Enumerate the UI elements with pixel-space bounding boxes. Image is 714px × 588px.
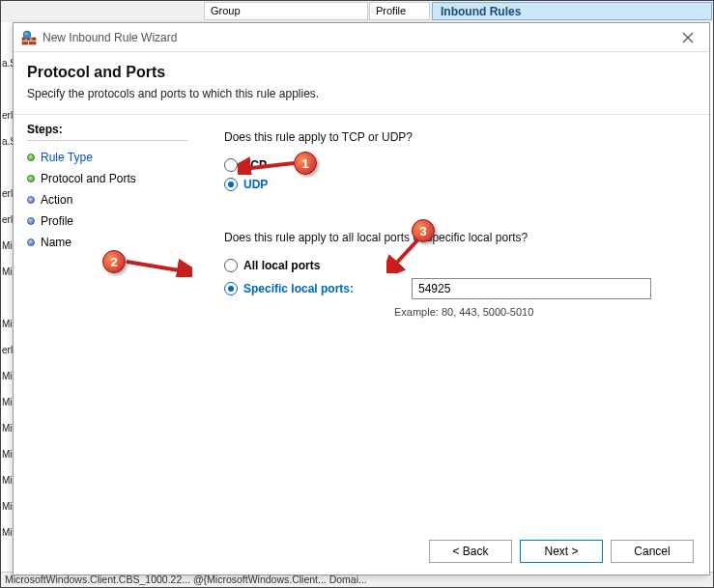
titlebar[interactable]: New Inbound Rule Wizard bbox=[14, 23, 709, 52]
step-label: Action bbox=[41, 193, 72, 207]
steps-sidebar: Steps: Rule TypeProtocol and PortsAction… bbox=[14, 115, 197, 535]
bg-row-fragment bbox=[1, 285, 13, 311]
step-label: Name bbox=[41, 236, 71, 249]
bg-row-fragment bbox=[1, 154, 13, 181]
step-bullet-icon bbox=[27, 154, 35, 161]
bg-column-profile: Profile bbox=[369, 2, 430, 20]
page-title: Protocol and Ports bbox=[27, 64, 696, 81]
page-header: Protocol and Ports Specify the protocols… bbox=[14, 52, 709, 108]
bg-row-fragment: Mic bbox=[1, 259, 13, 285]
radio-icon bbox=[224, 178, 238, 191]
radio-icon bbox=[224, 282, 238, 295]
dialog-footer: < Back Next > Cancel bbox=[14, 528, 709, 574]
bg-row-fragment: Mic bbox=[1, 311, 13, 337]
radio-udp-label: UDP bbox=[243, 178, 268, 191]
radio-udp[interactable]: UDP bbox=[224, 175, 688, 194]
radio-specific-ports[interactable]: Specific local ports: bbox=[224, 275, 688, 302]
annotation-callout-3: 3 bbox=[412, 219, 435, 242]
back-button[interactable]: < Back bbox=[429, 540, 512, 563]
content-panel: Does this rule apply to TCP or UDP? TCP … bbox=[197, 115, 709, 535]
bg-row-fragment bbox=[1, 76, 13, 102]
close-button[interactable] bbox=[667, 23, 709, 52]
bg-row-fragment: erl bbox=[1, 207, 13, 233]
step-rule-type[interactable]: Rule Type bbox=[27, 147, 187, 168]
svg-line-10 bbox=[127, 262, 185, 271]
firewall-icon bbox=[21, 30, 37, 45]
step-bullet-icon bbox=[27, 238, 35, 246]
step-bullet-icon bbox=[27, 217, 35, 225]
next-button[interactable]: Next > bbox=[520, 540, 603, 563]
wizard-dialog: New Inbound Rule Wizard Protocol and Por… bbox=[13, 22, 710, 575]
bg-left-strip: a.Serla.SerlerlMicMicMicerlMicMicMicMicM… bbox=[1, 22, 13, 572]
close-icon bbox=[682, 32, 694, 43]
cancel-button[interactable]: Cancel bbox=[611, 540, 694, 563]
question-protocol: Does this rule apply to TCP or UDP? bbox=[224, 130, 688, 144]
annotation-callout-1: 1 bbox=[294, 152, 317, 175]
bg-row-fragment: a.S bbox=[1, 50, 13, 76]
steps-underline bbox=[27, 140, 187, 141]
annotation-callout-2: 2 bbox=[102, 250, 126, 273]
step-bullet-icon bbox=[27, 196, 35, 204]
ports-example: Example: 80, 443, 5000-5010 bbox=[394, 306, 688, 318]
step-action[interactable]: Action bbox=[27, 189, 187, 210]
annotation-arrow-3 bbox=[386, 238, 423, 273]
step-label: Rule Type bbox=[41, 151, 93, 164]
bg-row-fragment: Mic bbox=[1, 493, 13, 519]
annotation-arrow-1 bbox=[238, 155, 296, 175]
dialog-title: New Inbound Rule Wizard bbox=[43, 31, 177, 44]
bg-row-fragment: Mic bbox=[1, 389, 13, 415]
step-name[interactable]: Name bbox=[27, 232, 187, 253]
page-subtitle: Specify the protocols and ports to which… bbox=[27, 87, 696, 100]
bg-row-fragment: a.S bbox=[1, 128, 13, 154]
radio-icon bbox=[224, 259, 238, 272]
bg-row-fragment: Mic bbox=[1, 441, 13, 467]
bg-row-fragment: Mic bbox=[1, 519, 13, 546]
annotation-arrow-2 bbox=[125, 254, 192, 277]
step-profile[interactable]: Profile bbox=[27, 210, 187, 232]
svg-line-9 bbox=[243, 163, 294, 169]
bg-row-fragment: Mic bbox=[1, 233, 13, 259]
svg-point-6 bbox=[24, 32, 28, 34]
bg-column-group: Group bbox=[204, 2, 368, 20]
step-label: Protocol and Ports bbox=[41, 172, 136, 185]
body-region: Steps: Rule TypeProtocol and PortsAction… bbox=[14, 115, 709, 535]
screenshot-root: Group Profile Inbound Rules a.Serla.Serl… bbox=[0, 0, 714, 588]
bg-row-fragment: erl bbox=[1, 337, 13, 363]
question-ports: Does this rule apply to all local ports … bbox=[224, 231, 688, 244]
step-label: Profile bbox=[41, 214, 73, 228]
svg-line-11 bbox=[392, 240, 417, 267]
bg-row-fragment: Mic bbox=[1, 415, 13, 441]
step-bullet-icon bbox=[27, 175, 35, 182]
bg-row-fragment: Mic bbox=[1, 467, 13, 493]
radio-icon bbox=[224, 158, 238, 172]
radio-specific-ports-label: Specific local ports: bbox=[243, 282, 388, 295]
step-protocol-and-ports[interactable]: Protocol and Ports bbox=[27, 168, 187, 189]
bg-row-fragment bbox=[1, 24, 13, 50]
steps-heading: Steps: bbox=[27, 123, 187, 136]
bg-inbound-rules: Inbound Rules bbox=[432, 2, 712, 20]
bg-row-fragment: erl bbox=[1, 181, 13, 207]
bg-row-fragment: Mic bbox=[1, 363, 13, 389]
radio-all-ports[interactable]: All local ports bbox=[224, 256, 688, 275]
bg-row-fragment: erl bbox=[1, 102, 13, 128]
radio-all-ports-label: All local ports bbox=[243, 259, 320, 272]
specific-ports-input[interactable] bbox=[412, 278, 651, 299]
